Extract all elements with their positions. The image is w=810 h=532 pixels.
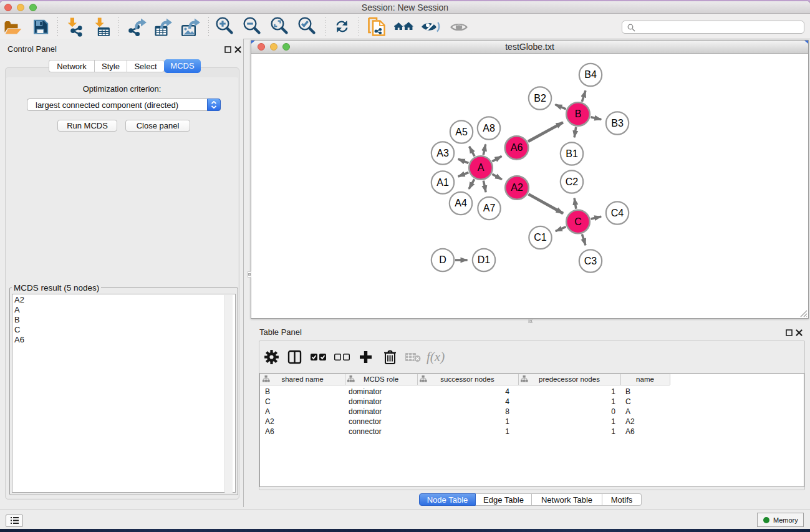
svg-text:C3: C3: [584, 256, 597, 266]
svg-text:C: C: [574, 216, 582, 227]
svg-text:B1: B1: [566, 148, 578, 159]
svg-text:D: D: [439, 254, 446, 265]
svg-text:A2: A2: [511, 182, 523, 193]
svg-text:B: B: [575, 109, 582, 119]
svg-text:A3: A3: [436, 148, 449, 158]
svg-text:D1: D1: [478, 254, 491, 265]
svg-text:C4: C4: [611, 208, 624, 218]
svg-text:A: A: [478, 162, 485, 173]
svg-text:B4: B4: [584, 69, 597, 80]
svg-text:B3: B3: [611, 118, 624, 128]
svg-text:B2: B2: [534, 93, 546, 104]
svg-text:A4: A4: [455, 198, 467, 208]
svg-text:A7: A7: [483, 203, 496, 213]
svg-text:A6: A6: [511, 142, 523, 153]
svg-text:A5: A5: [455, 127, 468, 137]
svg-text:C2: C2: [566, 177, 579, 187]
svg-text:A1: A1: [436, 177, 449, 188]
svg-text:C1: C1: [534, 232, 547, 243]
svg-text:A8: A8: [483, 123, 495, 133]
